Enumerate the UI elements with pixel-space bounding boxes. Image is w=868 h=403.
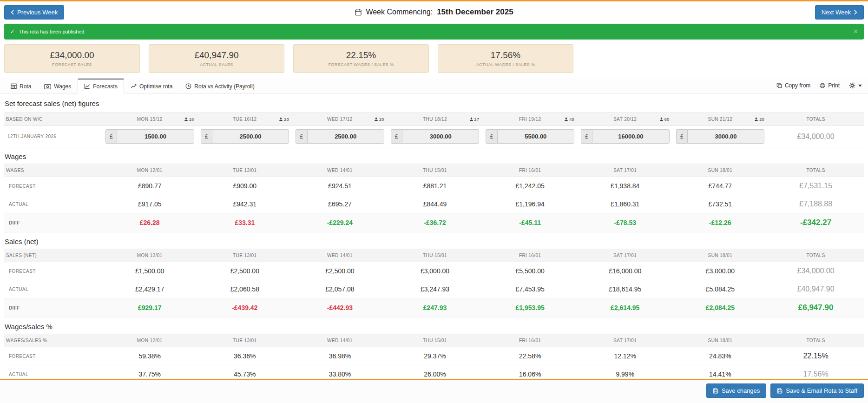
forecast-input-cell: £ <box>197 126 293 147</box>
tab-label: Forecasts <box>93 84 118 89</box>
currency-addon: £ <box>486 129 497 144</box>
row-label: ACTUAL <box>4 195 102 213</box>
forecast-input-sat[interactable] <box>592 129 669 144</box>
day-header: TUE 13/01 <box>197 249 293 262</box>
save-icon <box>777 388 783 394</box>
stat-cards: £34,000.00 FORECAST SALES £40,947.90 ACT… <box>0 44 868 73</box>
value-cell: 22.58% <box>482 347 578 365</box>
day-header: SUN 18/01 <box>673 249 768 262</box>
value-cell: £909.00 <box>197 177 293 195</box>
chart-up-icon <box>131 83 137 89</box>
value-cell: 16.06% <box>482 365 578 379</box>
tab-rota[interactable]: Rota <box>4 79 38 93</box>
tab-optimise-rota[interactable]: Optimise rota <box>124 79 179 93</box>
save-email-rota-label: Save & Email Rota to Staff <box>786 388 857 394</box>
value-cell: £744.77 <box>673 177 768 195</box>
settings-menu-button[interactable] <box>849 82 862 89</box>
person-icon <box>754 117 758 121</box>
copy-from-button[interactable]: Copy from <box>776 83 810 88</box>
value-cell: 59.38% <box>102 347 197 365</box>
value-cell: £881.21 <box>388 177 483 195</box>
tab-forecasts[interactable]: Forecasts <box>78 79 124 93</box>
currency-addon: £ <box>676 129 687 144</box>
forecast-input-fri[interactable] <box>497 129 574 144</box>
forecast-input-tue[interactable] <box>212 129 289 144</box>
next-week-button[interactable]: Next Week <box>815 5 864 20</box>
day-header: THU 18/1227 <box>388 113 483 126</box>
forecast-input-cell: £ <box>482 126 578 147</box>
total-cell: £6,947.90 <box>768 298 864 317</box>
stat-card-forecast-sales: £34,000.00 FORECAST SALES <box>4 44 140 73</box>
wages-sales-pct-table: WAGES/SALES % MON 12/01 TUE 13/01 WED 14… <box>4 334 864 379</box>
previous-week-label: Previous Week <box>17 9 58 15</box>
save-changes-button[interactable]: Save changes <box>706 383 766 398</box>
value-cell: £1,242.05 <box>482 177 578 195</box>
forecast-input-mon[interactable] <box>117 129 194 144</box>
day-header: WED 14/01 <box>292 164 388 177</box>
row-label: FORECAST <box>4 262 102 280</box>
save-email-rota-button[interactable]: Save & Email Rota to Staff <box>770 383 864 398</box>
based-on-header: BASED ON W/C <box>4 113 102 126</box>
stat-value: £34,000.00 <box>50 50 94 60</box>
row-label: ACTUAL <box>4 365 102 379</box>
value-cell: £247.93 <box>388 298 483 317</box>
table-header-row: SALES (NET) MON 12/01 TUE 13/01 WED 14/0… <box>4 249 864 262</box>
person-icon <box>184 117 188 121</box>
forecast-input-sun[interactable] <box>687 129 764 144</box>
table-header-label: SALES (NET) <box>4 249 102 262</box>
page-title: Set forecast sales (net) figures <box>4 93 864 112</box>
diff-row: DIFF £929.17 -£439.42 -£442.93 £247.93 £… <box>4 298 864 317</box>
next-week-label: Next Week <box>822 9 851 15</box>
value-cell: 14.41% <box>673 365 768 379</box>
totals-header: TOTALS <box>768 334 864 347</box>
footer-bar: Save changes Save & Email Rota to Staff <box>0 379 868 403</box>
value-cell: 24.83% <box>673 347 768 365</box>
previous-week-button[interactable]: Previous Week <box>4 5 64 20</box>
published-banner: ✓ This rota has been published × <box>4 24 864 40</box>
value-cell: £942.31 <box>197 195 293 213</box>
page: Previous Week Week Commencing: 15th Dece… <box>0 0 868 403</box>
table-header-label: WAGES <box>4 164 102 177</box>
banner-close-button[interactable]: × <box>854 28 858 35</box>
currency-addon: £ <box>105 129 117 144</box>
staff-count-badge: 20 <box>754 117 764 122</box>
save-icon <box>713 388 718 394</box>
staff-count-badge: 20 <box>279 117 289 122</box>
tab-wages[interactable]: Wages <box>38 79 78 93</box>
value-cell: £732.51 <box>673 195 768 213</box>
value-cell: £3,000.00 <box>673 262 768 280</box>
currency-addon: £ <box>391 129 402 144</box>
table-header-row: WAGES/SALES % MON 12/01 TUE 13/01 WED 14… <box>4 334 864 347</box>
calendar-icon <box>355 9 362 16</box>
value-cell: 9.99% <box>578 365 673 379</box>
total-cell: £7,531.15 <box>768 177 864 195</box>
day-header: THU 15/01 <box>388 164 483 177</box>
staff-count-badge: 60 <box>659 117 670 122</box>
day-header: TUE 16/1220 <box>197 113 293 126</box>
caret-down-icon <box>858 85 862 87</box>
print-label: Print <box>828 83 840 88</box>
value-cell: £2,084.25 <box>673 298 768 317</box>
day-header: TUE 13/01 <box>197 334 293 347</box>
forecast-input-thu[interactable] <box>402 129 479 144</box>
total-cell: 22.15% <box>768 347 864 365</box>
stat-label: ACTUAL WAGES / SALES % <box>476 62 535 67</box>
staff-count-badge: 18 <box>184 117 194 122</box>
stat-card-actual-sales: £40,947.90 ACTUAL SALES <box>149 44 284 73</box>
row-label: 12TH JANUARY 2026 <box>4 126 102 147</box>
person-icon <box>564 117 568 121</box>
value-cell: £1,860.31 <box>578 195 673 213</box>
printer-icon <box>820 83 825 88</box>
value-cell: £2,614.95 <box>578 298 673 317</box>
tab-label: Rota <box>20 84 31 89</box>
row-label: DIFF <box>4 213 102 232</box>
stat-label: FORECAST WAGES / SALES % <box>328 62 394 67</box>
forecast-input-wed[interactable] <box>307 129 384 144</box>
currency-addon: £ <box>201 129 212 144</box>
person-icon <box>659 117 664 121</box>
print-button[interactable]: Print <box>820 83 840 88</box>
stat-value: £40,947.90 <box>194 50 238 60</box>
value-cell: £2,429.17 <box>102 280 197 298</box>
tab-rota-vs-activity[interactable]: Rota vs Activity (Payroll) <box>179 79 261 93</box>
week-nav-bar: Previous Week Week Commencing: 15th Dece… <box>0 1 868 23</box>
